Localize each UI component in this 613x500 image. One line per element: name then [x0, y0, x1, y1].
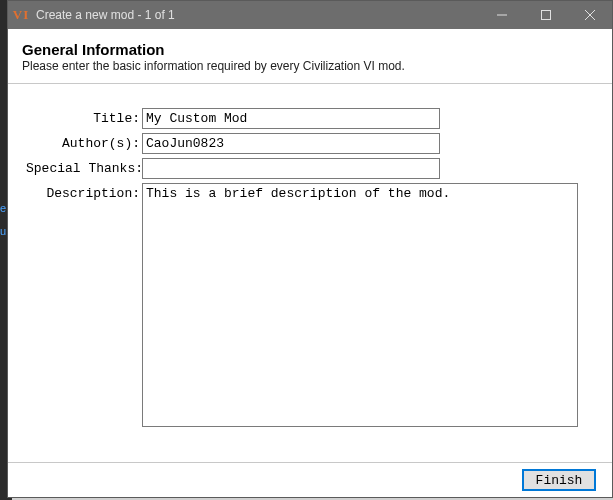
button-bar: Finish	[8, 462, 612, 497]
finish-button[interactable]: Finish	[522, 469, 596, 491]
dialog-content: Title: Author(s): Special Thanks: Descri…	[8, 83, 612, 462]
page-title: General Information	[22, 41, 598, 58]
bg-text-2: u	[0, 225, 6, 237]
maximize-icon	[541, 10, 551, 20]
form-grid: Title: Author(s): Special Thanks: Descri…	[26, 108, 594, 431]
close-icon	[585, 10, 595, 20]
svg-rect-1	[542, 11, 551, 20]
minimize-icon	[497, 10, 507, 20]
description-textarea[interactable]	[142, 183, 578, 427]
maximize-button[interactable]	[524, 1, 568, 29]
author-input[interactable]	[142, 133, 440, 154]
dialog-window: VI Create a new mod - 1 of 1 General Inf…	[7, 0, 613, 498]
app-icon: VI	[8, 7, 34, 23]
thanks-input[interactable]	[142, 158, 440, 179]
dialog-header: General Information Please enter the bas…	[8, 29, 612, 83]
titlebar[interactable]: VI Create a new mod - 1 of 1	[8, 1, 612, 29]
page-subtitle: Please enter the basic information requi…	[22, 59, 598, 73]
window-title: Create a new mod - 1 of 1	[34, 8, 480, 22]
author-label: Author(s):	[26, 133, 140, 151]
title-label: Title:	[26, 108, 140, 126]
bg-text-1: e	[0, 202, 6, 214]
thanks-label: Special Thanks:	[26, 158, 140, 176]
window-controls	[480, 1, 612, 29]
minimize-button[interactable]	[480, 1, 524, 29]
description-label: Description:	[26, 183, 140, 201]
close-button[interactable]	[568, 1, 612, 29]
title-input[interactable]	[142, 108, 440, 129]
